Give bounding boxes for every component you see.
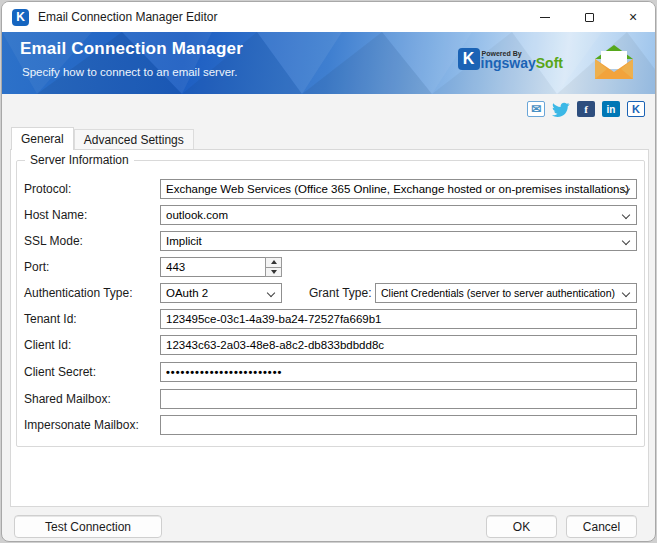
kingswaysoft-site-icon[interactable]: K xyxy=(627,101,645,117)
email-contact-icon[interactable]: ✉ xyxy=(527,101,545,117)
ssl-mode-label: SSL Mode: xyxy=(24,231,83,251)
arrow-up-icon xyxy=(271,260,277,264)
tab-general[interactable]: General xyxy=(11,127,74,150)
group-title: Server Information xyxy=(25,153,134,167)
grant-type-label: Grant Type: xyxy=(309,283,371,303)
logo-soft-text: Soft xyxy=(536,55,563,71)
social-links-bar: ✉ f in K xyxy=(2,94,655,124)
shared-mailbox-label: Shared Mailbox: xyxy=(24,389,111,409)
linkedin-icon[interactable]: in xyxy=(602,101,620,117)
impersonate-mailbox-label: Impersonate Mailbox: xyxy=(24,415,139,435)
tab-advanced-settings[interactable]: Advanced Settings xyxy=(74,129,194,149)
port-label: Port: xyxy=(24,257,49,277)
banner-title: Email Connection Manager xyxy=(20,39,243,59)
authentication-type-dropdown[interactable]: OAuth 2 xyxy=(160,283,282,303)
chevron-down-icon xyxy=(622,237,630,245)
protocol-dropdown[interactable]: Exchange Web Services (Office 365 Online… xyxy=(160,179,637,199)
client-id-label: Client Id: xyxy=(24,335,71,355)
protocol-label: Protocol: xyxy=(24,179,71,199)
spinner-up-button[interactable] xyxy=(265,257,282,268)
minimize-button[interactable] xyxy=(523,2,567,32)
tenant-id-input[interactable] xyxy=(160,309,637,329)
ssl-mode-dropdown[interactable]: Implicit xyxy=(160,231,637,251)
twitter-icon[interactable] xyxy=(552,101,570,117)
host-name-label: Host Name: xyxy=(24,205,87,225)
test-connection-button[interactable]: Test Connection xyxy=(14,515,162,538)
shared-mailbox-input[interactable] xyxy=(160,389,637,409)
protocol-value: Exchange Web Services (Office 365 Online… xyxy=(166,183,629,195)
authentication-type-value: OAuth 2 xyxy=(166,287,208,299)
ssl-mode-value: Implicit xyxy=(166,235,202,247)
tab-strip: General Advanced Settings xyxy=(11,127,194,149)
close-icon: × xyxy=(629,10,637,24)
host-name-combobox[interactable]: outlook.com xyxy=(160,205,637,225)
spinner-down-button[interactable] xyxy=(265,268,282,278)
kingswaysoft-k-icon: K xyxy=(458,48,480,70)
host-name-value: outlook.com xyxy=(166,209,228,221)
banner-subtitle: Specify how to connect to an email serve… xyxy=(22,66,237,78)
window-title: Email Connection Manager Editor xyxy=(38,10,217,24)
ok-button[interactable]: OK xyxy=(486,515,557,538)
impersonate-mailbox-input[interactable] xyxy=(160,415,637,435)
kingswaysoft-logo: K Powered By ingswaySoft xyxy=(458,48,563,70)
maximize-icon xyxy=(585,13,594,22)
grant-type-value: Client Credentials (server to server aut… xyxy=(381,287,615,299)
tenant-id-label: Tenant Id: xyxy=(24,309,77,329)
twitter-bird-icon xyxy=(552,102,570,117)
maximize-button[interactable] xyxy=(567,2,611,32)
port-spinner xyxy=(265,257,282,277)
cancel-button[interactable]: Cancel xyxy=(566,515,637,538)
client-id-input[interactable] xyxy=(160,335,637,355)
email-connection-manager-dialog: K Email Connection Manager Editor × Emai… xyxy=(1,1,656,542)
arrow-down-icon xyxy=(271,270,277,274)
facebook-icon[interactable]: f xyxy=(577,101,595,117)
chevron-down-icon xyxy=(622,289,630,297)
chevron-down-icon xyxy=(622,211,630,219)
client-secret-label: Client Secret: xyxy=(24,362,96,382)
minimize-icon xyxy=(540,17,550,18)
client-secret-input[interactable] xyxy=(160,362,637,382)
email-product-icon xyxy=(593,43,635,81)
authentication-type-label: Authentication Type: xyxy=(24,283,133,303)
port-input[interactable] xyxy=(160,257,266,277)
title-bar: K Email Connection Manager Editor × xyxy=(2,2,655,32)
header-banner: Email Connection Manager Specify how to … xyxy=(2,32,655,94)
logo-kingsway-text: ingsway xyxy=(481,55,536,71)
app-icon: K xyxy=(12,9,29,26)
close-button[interactable]: × xyxy=(611,2,655,32)
chevron-down-icon xyxy=(267,289,275,297)
grant-type-dropdown[interactable]: Client Credentials (server to server aut… xyxy=(375,283,637,303)
